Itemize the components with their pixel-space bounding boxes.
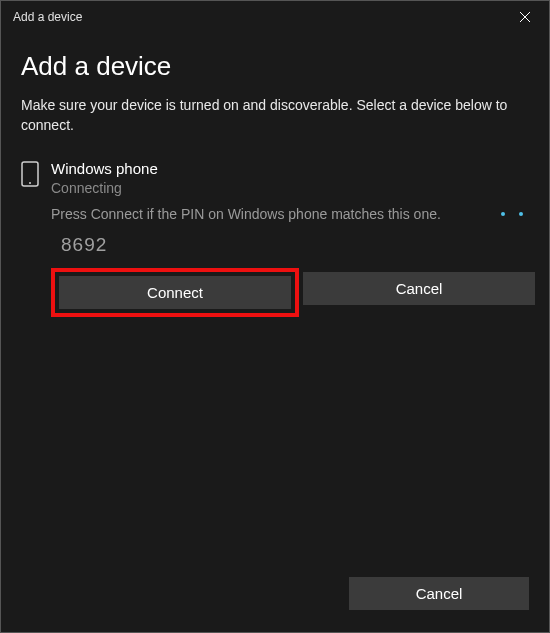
- highlight-annotation: Connect: [51, 268, 299, 317]
- device-name: Windows phone: [51, 159, 529, 179]
- action-button-row: Connect Cancel: [51, 268, 535, 317]
- svg-point-3: [29, 182, 31, 184]
- footer-cancel-button[interactable]: Cancel: [349, 577, 529, 610]
- cancel-button[interactable]: Cancel: [303, 272, 535, 305]
- titlebar-title: Add a device: [13, 10, 82, 24]
- device-item[interactable]: Windows phone Connecting: [21, 159, 529, 196]
- close-icon: [520, 12, 530, 22]
- pin-instruction: Press Connect if the PIN on Windows phon…: [51, 206, 491, 222]
- connect-button[interactable]: Connect: [59, 276, 291, 309]
- device-info: Windows phone Connecting: [51, 159, 529, 196]
- page-subtitle: Make sure your device is turned on and d…: [21, 96, 529, 135]
- page-title: Add a device: [21, 51, 529, 82]
- content-area: Add a device Make sure your device is tu…: [1, 33, 549, 561]
- dialog-footer: Cancel: [1, 561, 549, 632]
- progress-dot: [501, 212, 505, 216]
- close-button[interactable]: [511, 7, 539, 27]
- pin-instruction-row: Press Connect if the PIN on Windows phon…: [51, 206, 529, 222]
- titlebar: Add a device: [1, 1, 549, 33]
- phone-icon: [21, 161, 39, 191]
- pin-value: 8692: [61, 234, 529, 256]
- device-status: Connecting: [51, 180, 529, 196]
- progress-indicator: [501, 212, 523, 216]
- progress-dot: [519, 212, 523, 216]
